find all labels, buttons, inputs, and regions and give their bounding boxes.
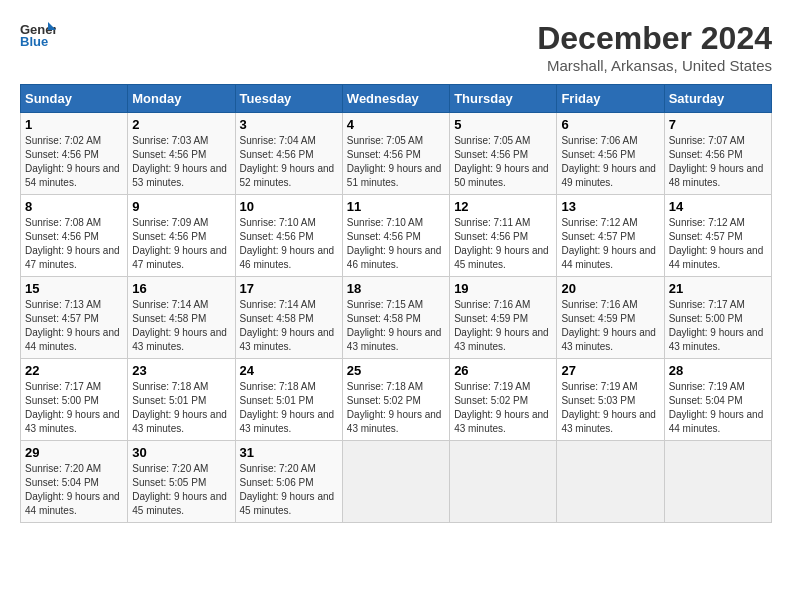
calendar-cell: 15 Sunrise: 7:13 AM Sunset: 4:57 PM Dayl… [21, 277, 128, 359]
day-info: Sunrise: 7:09 AM Sunset: 4:56 PM Dayligh… [132, 216, 230, 272]
day-number: 12 [454, 199, 552, 214]
weekday-header-wednesday: Wednesday [342, 85, 449, 113]
day-number: 17 [240, 281, 338, 296]
day-number: 3 [240, 117, 338, 132]
day-number: 21 [669, 281, 767, 296]
day-number: 8 [25, 199, 123, 214]
page-header: General Blue December 2024 Marshall, Ark… [20, 20, 772, 74]
day-number: 24 [240, 363, 338, 378]
calendar-cell: 1 Sunrise: 7:02 AM Sunset: 4:56 PM Dayli… [21, 113, 128, 195]
day-info: Sunrise: 7:16 AM Sunset: 4:59 PM Dayligh… [454, 298, 552, 354]
day-info: Sunrise: 7:03 AM Sunset: 4:56 PM Dayligh… [132, 134, 230, 190]
week-row-5: 29 Sunrise: 7:20 AM Sunset: 5:04 PM Dayl… [21, 441, 772, 523]
calendar-cell: 24 Sunrise: 7:18 AM Sunset: 5:01 PM Dayl… [235, 359, 342, 441]
day-info: Sunrise: 7:05 AM Sunset: 4:56 PM Dayligh… [347, 134, 445, 190]
calendar-cell: 26 Sunrise: 7:19 AM Sunset: 5:02 PM Dayl… [450, 359, 557, 441]
calendar-cell: 17 Sunrise: 7:14 AM Sunset: 4:58 PM Dayl… [235, 277, 342, 359]
day-number: 26 [454, 363, 552, 378]
week-row-4: 22 Sunrise: 7:17 AM Sunset: 5:00 PM Dayl… [21, 359, 772, 441]
day-number: 29 [25, 445, 123, 460]
day-info: Sunrise: 7:06 AM Sunset: 4:56 PM Dayligh… [561, 134, 659, 190]
weekday-header-monday: Monday [128, 85, 235, 113]
day-info: Sunrise: 7:18 AM Sunset: 5:02 PM Dayligh… [347, 380, 445, 436]
day-number: 20 [561, 281, 659, 296]
calendar-cell: 3 Sunrise: 7:04 AM Sunset: 4:56 PM Dayli… [235, 113, 342, 195]
day-number: 31 [240, 445, 338, 460]
day-info: Sunrise: 7:13 AM Sunset: 4:57 PM Dayligh… [25, 298, 123, 354]
day-number: 2 [132, 117, 230, 132]
title-block: December 2024 Marshall, Arkansas, United… [537, 20, 772, 74]
day-info: Sunrise: 7:14 AM Sunset: 4:58 PM Dayligh… [240, 298, 338, 354]
day-info: Sunrise: 7:12 AM Sunset: 4:57 PM Dayligh… [561, 216, 659, 272]
week-row-2: 8 Sunrise: 7:08 AM Sunset: 4:56 PM Dayli… [21, 195, 772, 277]
day-info: Sunrise: 7:14 AM Sunset: 4:58 PM Dayligh… [132, 298, 230, 354]
calendar-cell: 4 Sunrise: 7:05 AM Sunset: 4:56 PM Dayli… [342, 113, 449, 195]
day-info: Sunrise: 7:02 AM Sunset: 4:56 PM Dayligh… [25, 134, 123, 190]
day-info: Sunrise: 7:19 AM Sunset: 5:04 PM Dayligh… [669, 380, 767, 436]
day-number: 11 [347, 199, 445, 214]
weekday-header-sunday: Sunday [21, 85, 128, 113]
calendar-cell: 14 Sunrise: 7:12 AM Sunset: 4:57 PM Dayl… [664, 195, 771, 277]
calendar-cell: 19 Sunrise: 7:16 AM Sunset: 4:59 PM Dayl… [450, 277, 557, 359]
day-info: Sunrise: 7:17 AM Sunset: 5:00 PM Dayligh… [25, 380, 123, 436]
calendar-cell: 27 Sunrise: 7:19 AM Sunset: 5:03 PM Dayl… [557, 359, 664, 441]
day-number: 18 [347, 281, 445, 296]
calendar-cell: 11 Sunrise: 7:10 AM Sunset: 4:56 PM Dayl… [342, 195, 449, 277]
calendar-cell [450, 441, 557, 523]
weekday-header-saturday: Saturday [664, 85, 771, 113]
day-info: Sunrise: 7:11 AM Sunset: 4:56 PM Dayligh… [454, 216, 552, 272]
day-number: 4 [347, 117, 445, 132]
day-info: Sunrise: 7:20 AM Sunset: 5:05 PM Dayligh… [132, 462, 230, 518]
calendar-cell [557, 441, 664, 523]
calendar-cell: 2 Sunrise: 7:03 AM Sunset: 4:56 PM Dayli… [128, 113, 235, 195]
day-number: 13 [561, 199, 659, 214]
day-number: 10 [240, 199, 338, 214]
day-number: 15 [25, 281, 123, 296]
calendar-cell: 30 Sunrise: 7:20 AM Sunset: 5:05 PM Dayl… [128, 441, 235, 523]
calendar-cell: 21 Sunrise: 7:17 AM Sunset: 5:00 PM Dayl… [664, 277, 771, 359]
day-number: 16 [132, 281, 230, 296]
day-info: Sunrise: 7:19 AM Sunset: 5:03 PM Dayligh… [561, 380, 659, 436]
day-info: Sunrise: 7:08 AM Sunset: 4:56 PM Dayligh… [25, 216, 123, 272]
calendar-cell: 29 Sunrise: 7:20 AM Sunset: 5:04 PM Dayl… [21, 441, 128, 523]
day-number: 14 [669, 199, 767, 214]
day-number: 1 [25, 117, 123, 132]
calendar-cell: 23 Sunrise: 7:18 AM Sunset: 5:01 PM Dayl… [128, 359, 235, 441]
day-info: Sunrise: 7:05 AM Sunset: 4:56 PM Dayligh… [454, 134, 552, 190]
day-info: Sunrise: 7:10 AM Sunset: 4:56 PM Dayligh… [240, 216, 338, 272]
day-info: Sunrise: 7:20 AM Sunset: 5:04 PM Dayligh… [25, 462, 123, 518]
calendar-cell: 10 Sunrise: 7:10 AM Sunset: 4:56 PM Dayl… [235, 195, 342, 277]
calendar-cell: 13 Sunrise: 7:12 AM Sunset: 4:57 PM Dayl… [557, 195, 664, 277]
calendar-cell: 22 Sunrise: 7:17 AM Sunset: 5:00 PM Dayl… [21, 359, 128, 441]
day-info: Sunrise: 7:15 AM Sunset: 4:58 PM Dayligh… [347, 298, 445, 354]
day-info: Sunrise: 7:07 AM Sunset: 4:56 PM Dayligh… [669, 134, 767, 190]
week-row-3: 15 Sunrise: 7:13 AM Sunset: 4:57 PM Dayl… [21, 277, 772, 359]
calendar-cell: 8 Sunrise: 7:08 AM Sunset: 4:56 PM Dayli… [21, 195, 128, 277]
day-number: 19 [454, 281, 552, 296]
day-number: 7 [669, 117, 767, 132]
calendar-cell: 6 Sunrise: 7:06 AM Sunset: 4:56 PM Dayli… [557, 113, 664, 195]
weekday-header-tuesday: Tuesday [235, 85, 342, 113]
svg-text:Blue: Blue [20, 34, 48, 48]
day-info: Sunrise: 7:17 AM Sunset: 5:00 PM Dayligh… [669, 298, 767, 354]
day-info: Sunrise: 7:12 AM Sunset: 4:57 PM Dayligh… [669, 216, 767, 272]
day-info: Sunrise: 7:16 AM Sunset: 4:59 PM Dayligh… [561, 298, 659, 354]
logo: General Blue [20, 20, 56, 48]
calendar-cell: 31 Sunrise: 7:20 AM Sunset: 5:06 PM Dayl… [235, 441, 342, 523]
calendar-cell: 9 Sunrise: 7:09 AM Sunset: 4:56 PM Dayli… [128, 195, 235, 277]
day-number: 23 [132, 363, 230, 378]
weekday-header-row: SundayMondayTuesdayWednesdayThursdayFrid… [21, 85, 772, 113]
day-number: 27 [561, 363, 659, 378]
day-info: Sunrise: 7:10 AM Sunset: 4:56 PM Dayligh… [347, 216, 445, 272]
day-info: Sunrise: 7:04 AM Sunset: 4:56 PM Dayligh… [240, 134, 338, 190]
day-info: Sunrise: 7:18 AM Sunset: 5:01 PM Dayligh… [240, 380, 338, 436]
calendar-cell: 7 Sunrise: 7:07 AM Sunset: 4:56 PM Dayli… [664, 113, 771, 195]
calendar-cell: 5 Sunrise: 7:05 AM Sunset: 4:56 PM Dayli… [450, 113, 557, 195]
weekday-header-thursday: Thursday [450, 85, 557, 113]
calendar-cell: 25 Sunrise: 7:18 AM Sunset: 5:02 PM Dayl… [342, 359, 449, 441]
week-row-1: 1 Sunrise: 7:02 AM Sunset: 4:56 PM Dayli… [21, 113, 772, 195]
calendar-cell: 12 Sunrise: 7:11 AM Sunset: 4:56 PM Dayl… [450, 195, 557, 277]
day-info: Sunrise: 7:18 AM Sunset: 5:01 PM Dayligh… [132, 380, 230, 436]
day-number: 22 [25, 363, 123, 378]
logo-icon: General Blue [20, 20, 56, 48]
